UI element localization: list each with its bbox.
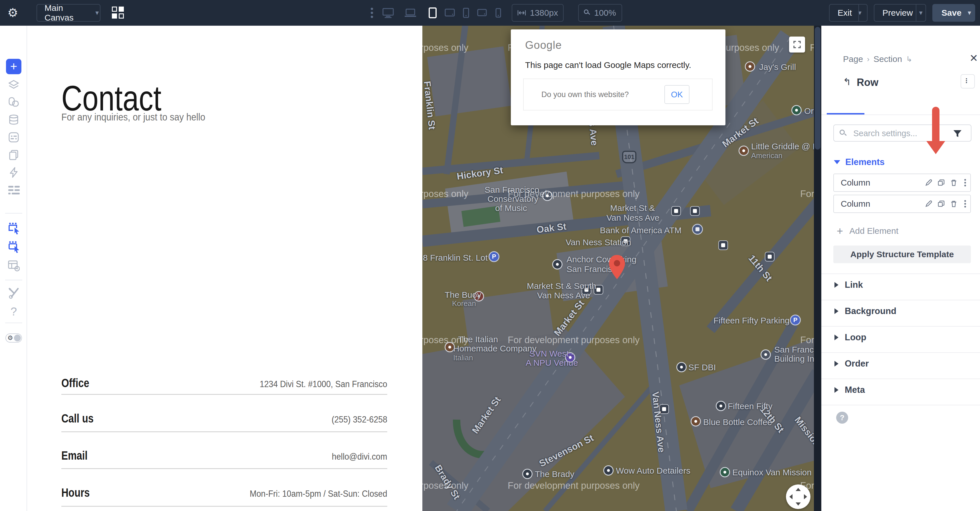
save-button[interactable]: Save ▼ xyxy=(932,4,975,22)
preview-button[interactable]: Preview ▼ xyxy=(874,4,926,22)
builder-mode-toggle[interactable]: ⚙ xyxy=(5,333,22,342)
device-phone-portrait-icon[interactable] xyxy=(463,8,469,18)
device-phone-small-icon[interactable] xyxy=(495,8,501,18)
google-logo: Google xyxy=(525,39,562,51)
map-watermark: For development purposes only xyxy=(422,188,468,199)
panel-help-button[interactable]: ? xyxy=(836,412,848,423)
device-phone-landscape-icon[interactable] xyxy=(477,9,487,16)
edit-pencil-icon[interactable] xyxy=(922,200,935,208)
element-row-column-1[interactable]: Column xyxy=(833,174,971,192)
section-order[interactable]: Order xyxy=(834,358,869,369)
layers-icon[interactable] xyxy=(8,78,20,91)
add-module-button[interactable]: + xyxy=(6,59,21,74)
map-fullscreen-button[interactable] xyxy=(789,37,805,53)
scrollbar-thumb[interactable] xyxy=(815,27,821,150)
help-icon[interactable]: ? xyxy=(8,306,20,317)
device-laptop-icon[interactable] xyxy=(405,9,416,18)
poi-icon xyxy=(760,349,771,360)
section-label: Link xyxy=(845,280,863,290)
coffee-poi-icon xyxy=(690,416,701,427)
breadcrumb-page-link[interactable]: Page xyxy=(843,54,863,64)
map-watermark: For development purposes only xyxy=(422,480,468,491)
canvas-selector-dropdown[interactable]: Main Canvas ▼ xyxy=(37,4,100,22)
duplicate-icon[interactable] xyxy=(935,179,947,187)
add-element-button[interactable]: + Add Element xyxy=(837,226,898,236)
canvas-contact-page[interactable]: Contact For any inquiries, or just to sa… xyxy=(27,26,422,511)
divi-builder-app: ⚙ Main Canvas ▼ ••• xyxy=(0,0,980,511)
elements-section-header[interactable]: Elements xyxy=(834,157,885,167)
contact-row-email: Email hello@divi.com xyxy=(61,449,387,462)
list-settings-icon[interactable] xyxy=(8,184,20,196)
expand-triangle-icon xyxy=(834,361,838,366)
poi-label: SVN West - xyxy=(530,349,574,358)
row-divider xyxy=(61,394,387,395)
exit-button[interactable]: Exit ▼ xyxy=(829,4,867,22)
canvas-zoom-control[interactable]: 100% xyxy=(578,4,622,22)
section-label: Loop xyxy=(845,332,866,342)
device-tablet-portrait-icon-active[interactable] xyxy=(429,8,437,18)
element-row-column-2[interactable]: Column xyxy=(833,195,971,213)
click-mode-icon-active[interactable] xyxy=(8,222,20,234)
design-presets-icon[interactable] xyxy=(8,96,20,108)
search-settings-box[interactable] xyxy=(833,124,971,142)
device-tablet-landscape-icon[interactable] xyxy=(445,9,455,17)
section-link[interactable]: Link xyxy=(834,280,863,290)
canvas-scrollbar[interactable] xyxy=(814,26,821,511)
section-meta[interactable]: Meta xyxy=(834,385,865,395)
filter-funnel-icon[interactable] xyxy=(953,129,962,138)
intersection-label: Van Ness Ave xyxy=(537,291,590,300)
parking-poi-icon: P xyxy=(790,315,801,325)
poi-label: Blue Bottle Coffee xyxy=(703,417,772,427)
duplicate-icon[interactable] xyxy=(935,200,947,208)
kebab-menu-icon[interactable] xyxy=(960,178,970,187)
map-pan-control[interactable] xyxy=(786,484,810,509)
restaurant-poi-icon xyxy=(738,146,749,156)
trash-icon[interactable] xyxy=(947,200,960,208)
builder-settings-gear-icon[interactable]: ⚙ xyxy=(8,6,18,19)
google-map-embed[interactable]: For development purposes only For develo… xyxy=(422,26,818,511)
more-options-icon[interactable]: ••• xyxy=(371,7,374,19)
canvas-width-control[interactable]: 1380px xyxy=(512,4,564,22)
add-element-label: Add Element xyxy=(849,226,898,236)
contact-label: Email xyxy=(61,449,93,462)
transit-station-icon xyxy=(718,240,728,250)
lightning-icon[interactable] xyxy=(8,166,20,178)
device-desktop-icon[interactable] xyxy=(382,8,394,18)
panel-options-button[interactable]: ⠇ xyxy=(961,74,975,89)
hover-mode-icon-active[interactable] xyxy=(8,240,20,253)
kebab-menu-icon[interactable] xyxy=(960,199,970,208)
close-panel-button[interactable]: ✕ xyxy=(967,52,980,65)
settings-panel-icon[interactable] xyxy=(8,131,20,143)
page-subtitle: For any inquiries, or just to say hello xyxy=(61,111,221,123)
poi-label: A NPU Venue xyxy=(526,358,578,368)
grid-view-icon[interactable] xyxy=(112,6,124,19)
exit-dropdown-chevron-icon[interactable]: ▼ xyxy=(857,10,863,16)
preview-label: Preview xyxy=(882,8,913,18)
back-arrow-icon[interactable]: ↰ xyxy=(843,76,851,88)
pan-down-icon xyxy=(795,502,801,506)
preview-dropdown-chevron-icon[interactable]: ▼ xyxy=(918,10,924,16)
preview-window-icon[interactable] xyxy=(8,260,20,272)
annotation-arrow-stem xyxy=(932,107,939,142)
trash-icon[interactable] xyxy=(947,179,960,187)
edit-pencil-icon[interactable] xyxy=(922,179,935,187)
tools-icon[interactable] xyxy=(8,287,20,299)
elements-header-label: Elements xyxy=(845,157,885,167)
search-icon xyxy=(840,130,845,135)
ok-button[interactable]: OK xyxy=(664,85,689,104)
map-watermark: For development purposes only xyxy=(508,480,640,491)
poi-icon xyxy=(552,259,563,269)
section-background[interactable]: Background xyxy=(834,306,896,316)
section-loop[interactable]: Loop xyxy=(834,332,866,342)
toggle-gear-icon: ⚙ xyxy=(8,334,13,342)
map-watermark: For development purposes only xyxy=(422,334,468,345)
intersection-label: Market St & xyxy=(610,203,655,213)
dialog-inner-box: Do you own this website? OK xyxy=(523,78,713,110)
database-icon[interactable] xyxy=(8,114,20,126)
save-dropdown-chevron-icon[interactable]: ▼ xyxy=(967,10,972,16)
breadcrumb-section-link[interactable]: Section xyxy=(873,54,902,64)
copy-pages-icon[interactable] xyxy=(8,149,20,161)
apply-structure-template-button[interactable]: Apply Structure Template xyxy=(833,245,971,263)
intersection-label: Market St & South xyxy=(527,281,596,291)
save-label: Save xyxy=(942,8,961,18)
